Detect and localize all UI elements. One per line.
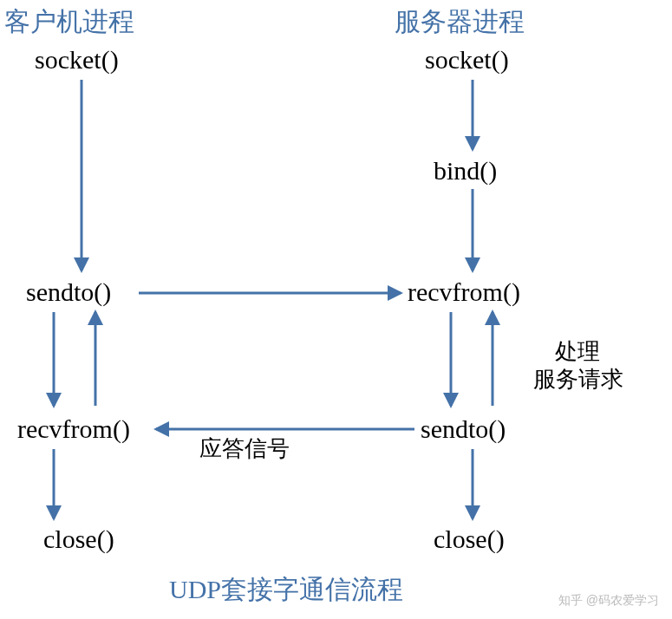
- arrow-server-sendto-to-client-recvfrom: [0, 0, 672, 619]
